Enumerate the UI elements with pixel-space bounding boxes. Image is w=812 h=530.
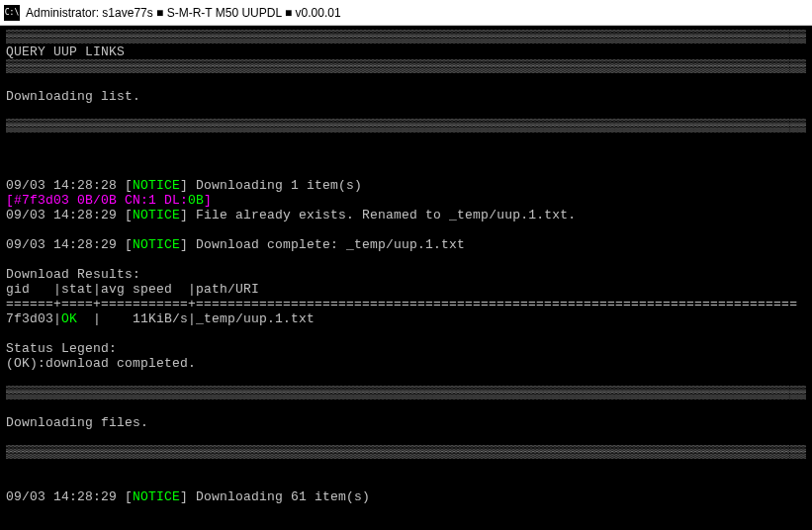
log-line: 09/03 14:28:29 [NOTICE] Download complet… <box>6 237 806 252</box>
log-line: 09/03 14:28:29 [NOTICE] File already exi… <box>6 208 806 222</box>
divider: ▒▒▒▒▒▒▒▒▒▒▒▒▒▒▒▒▒▒▒▒▒▒▒▒▒▒▒▒▒▒▒▒▒▒▒▒▒▒▒▒… <box>6 59 806 74</box>
table-row: 7f3d03|OK | 11KiB/s|_temp/uup.1.txt <box>6 311 806 326</box>
status-text: Downloading list. <box>6 89 806 104</box>
divider-top: ▒▒▒▒▒▒▒▒▒▒▒▒▒▒▒▒▒▒▒▒▒▒▒▒▒▒▒▒▒▒▒▒▒▒▒▒▒▒▒▒… <box>6 30 806 44</box>
window-titlebar[interactable]: C:\ Administrator: s1ave77s ■ S-M-R-T M5… <box>0 0 812 26</box>
section-title: QUERY UUP LINKS <box>6 44 806 59</box>
log-line: 09/03 14:28:28 [NOTICE] Downloading 1 it… <box>6 178 806 193</box>
divider: ▒▒▒▒▒▒▒▒▒▒▒▒▒▒▒▒▒▒▒▒▒▒▒▒▒▒▒▒▒▒▒▒▒▒▒▒▒▒▒▒… <box>6 386 806 400</box>
divider: ▒▒▒▒▒▒▒▒▒▒▒▒▒▒▒▒▒▒▒▒▒▒▒▒▒▒▒▒▒▒▒▒▒▒▒▒▒▒▒▒… <box>6 445 806 460</box>
window-title: Administrator: s1ave77s ■ S-M-R-T M50 UU… <box>26 6 341 20</box>
log-line: 09/03 14:28:29 [NOTICE] Downloading 61 i… <box>6 489 806 504</box>
results-header: Download Results: <box>6 267 806 282</box>
status-text: Downloading files. <box>6 415 806 430</box>
legend-item: (OK):download completed. <box>6 356 806 371</box>
cmd-icon: C:\ <box>4 5 20 21</box>
table-separator: ======+====+===========+================… <box>6 297 806 311</box>
divider: ▒▒▒▒▒▒▒▒▒▒▒▒▒▒▒▒▒▒▒▒▒▒▒▒▒▒▒▒▒▒▒▒▒▒▒▒▒▒▒▒… <box>6 119 806 133</box>
terminal-output: ▒▒▒▒▒▒▒▒▒▒▒▒▒▒▒▒▒▒▒▒▒▒▒▒▒▒▒▒▒▒▒▒▒▒▒▒▒▒▒▒… <box>0 26 812 530</box>
progress-line: [#7f3d03 0B/0B CN:1 DL:0B] <box>6 193 806 208</box>
legend-header: Status Legend: <box>6 341 806 356</box>
table-header: gid |stat|avg speed |path/URI <box>6 282 806 297</box>
